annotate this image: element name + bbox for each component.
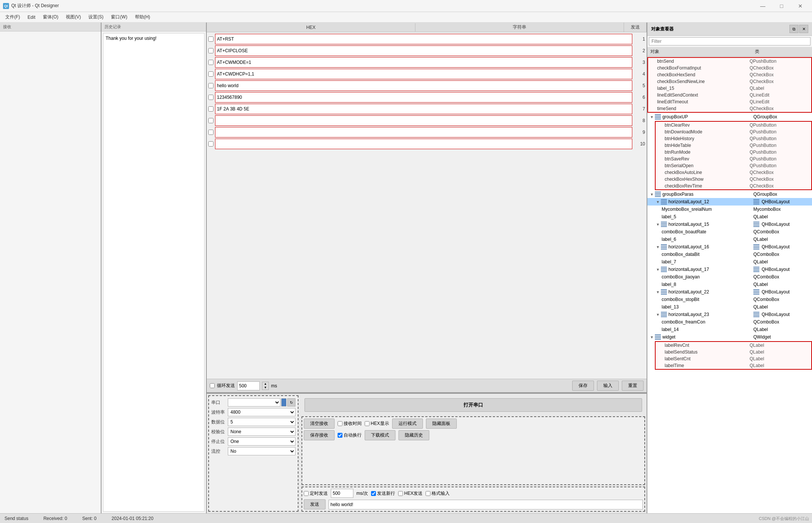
flow-select[interactable]: No RTS/CTS — [228, 447, 295, 455]
row2-input[interactable] — [215, 45, 632, 56]
list-item[interactable]: labelSentCnt QLabel — [656, 355, 811, 362]
list-item[interactable]: checkBoxHexShow QCheckBox — [656, 176, 811, 183]
timed-send-input[interactable] — [331, 489, 353, 498]
list-item[interactable]: timeSend QCheckBox — [648, 105, 811, 112]
stopbit-select[interactable]: One Two — [228, 437, 295, 446]
menu-edit[interactable]: Edit — [24, 13, 39, 21]
h-layout-23-row[interactable]: ▼ horizontalLayout_23 QHBoxLayout — [647, 311, 812, 318]
list-item[interactable]: labelTime QLabel — [656, 362, 811, 369]
oi-float-button[interactable]: ⧉ — [789, 25, 798, 33]
menu-settings[interactable]: 设置(S) — [85, 12, 107, 22]
menu-help[interactable]: 帮助(H) — [131, 12, 154, 22]
menu-file[interactable]: 文件(F) — [2, 12, 24, 22]
reset-button[interactable]: 重置 — [622, 381, 644, 391]
download-mode-button[interactable]: 下载模式 — [365, 430, 395, 440]
save-button[interactable]: 保存 — [572, 381, 594, 391]
list-item[interactable]: label_5 QLabel — [661, 213, 812, 221]
timed-send-checkbox[interactable] — [304, 491, 309, 496]
port-refresh-icon[interactable]: ↻ — [287, 398, 295, 407]
row3-checkbox[interactable] — [208, 60, 214, 65]
port-select[interactable] — [228, 398, 280, 407]
spin-up-button[interactable]: ▲ — [262, 382, 268, 386]
list-item[interactable]: btnSerialOpen QPushButton — [656, 162, 811, 169]
send-button[interactable]: 发送 — [304, 499, 326, 509]
list-item[interactable]: checkBoxFormatInput QCheckBox — [648, 65, 811, 71]
row5-input[interactable] — [215, 80, 632, 91]
send-input[interactable] — [329, 500, 643, 509]
recv-time-checkbox[interactable] — [338, 421, 342, 426]
spin-down-button[interactable]: ▼ — [262, 386, 268, 390]
row6-input[interactable] — [215, 92, 632, 103]
timed-send-label[interactable]: 定时发送 — [304, 490, 328, 497]
list-item[interactable]: label_6 QLabel — [661, 236, 812, 243]
save-recv-button[interactable]: 保存接收 — [304, 430, 335, 440]
row10-checkbox[interactable] — [208, 141, 214, 147]
list-item[interactable]: comboBox_freamCon QComboBox — [661, 318, 812, 326]
list-item[interactable]: btnSend QPushButton — [648, 58, 811, 65]
row4-checkbox[interactable] — [208, 71, 214, 77]
format-input-label[interactable]: 格式输入 — [426, 490, 450, 497]
oi-filter-input[interactable] — [649, 37, 810, 45]
list-item[interactable]: btnHideTable QPushButton — [656, 142, 811, 149]
list-item[interactable]: label_8 QLabel — [661, 281, 812, 288]
row7-input[interactable] — [215, 104, 632, 114]
open-port-button[interactable]: 打开串口 — [304, 398, 642, 412]
row10-input[interactable] — [215, 139, 632, 149]
list-item[interactable]: labelRevCnt QLabel — [656, 342, 811, 349]
h-layout-17-row[interactable]: ▼ horizontalLayout_17 QHBoxLayout — [647, 266, 812, 273]
h-layout-15-row[interactable]: ▼ horizontalLayout_15 QHBoxLayout — [647, 221, 812, 228]
loop-input[interactable] — [237, 381, 260, 390]
menu-view[interactable]: 视图(V) — [62, 12, 85, 22]
list-item[interactable]: comboBox_jiaoyan QComboBox — [661, 273, 812, 281]
list-item[interactable]: checkBoxHexSend QCheckBox — [648, 71, 811, 78]
clear-recv-button[interactable]: 清空接收 — [304, 419, 335, 429]
list-item[interactable]: checkBoxSendNewLine QCheckBox — [648, 78, 811, 85]
baudrate-select[interactable]: 4800 9600 115200 — [228, 408, 295, 416]
row2-checkbox[interactable] — [208, 48, 214, 53]
list-item[interactable]: label_13 QLabel — [661, 303, 812, 311]
group-box-paras-row[interactable]: ▼ groupBoxParas QGroupBox — [647, 190, 812, 198]
row8-input[interactable] — [215, 115, 632, 126]
row7-checkbox[interactable] — [208, 106, 214, 112]
list-item[interactable]: label_14 QLabel — [661, 326, 812, 333]
row6-checkbox[interactable] — [208, 95, 214, 100]
hide-history-button[interactable]: 隐藏历史 — [398, 430, 429, 440]
oi-close-button[interactable]: ✕ — [799, 25, 808, 33]
run-mode-button[interactable]: 运行模式 — [392, 419, 423, 429]
loop-checkbox[interactable] — [210, 383, 215, 388]
row1-checkbox[interactable] — [208, 36, 214, 42]
row4-input[interactable] — [215, 69, 632, 79]
close-button[interactable]: ✕ — [792, 0, 809, 12]
databit-select[interactable]: 5 6 7 8 — [228, 418, 295, 426]
format-input-checkbox[interactable] — [426, 491, 430, 496]
list-item[interactable]: label_15 QLabel — [648, 85, 811, 92]
list-item[interactable]: btnDownloadMode QPushButton — [656, 128, 811, 135]
hex-show-checkbox[interactable] — [365, 421, 370, 426]
recv-time-label[interactable]: 接收时间 — [338, 420, 362, 427]
menu-form[interactable]: 窗体(O) — [39, 12, 62, 22]
input-button[interactable]: 输入 — [597, 381, 619, 391]
list-item[interactable]: labelSendStatus QLabel — [656, 349, 811, 355]
group-box-up-row[interactable]: ▼ groupBoxUP QGroupBox — [647, 113, 812, 121]
hex-show-label[interactable]: HEX显示 — [365, 420, 389, 427]
list-item[interactable]: btnRunMode QPushButton — [656, 149, 811, 156]
row9-checkbox[interactable] — [208, 130, 214, 135]
row1-input[interactable] — [215, 34, 632, 44]
list-item[interactable]: checkBoxAutoLine QCheckBox — [656, 169, 811, 176]
h-layout-22-row[interactable]: ▼ horizontalLayout_22 QHBoxLayout — [647, 288, 812, 296]
row8-checkbox[interactable] — [208, 118, 214, 123]
list-item[interactable]: btnHideHistory QPushButton — [656, 135, 811, 142]
row5-checkbox[interactable] — [208, 83, 214, 88]
hide-panel-button[interactable]: 隐藏面板 — [426, 419, 457, 429]
loop-spinner[interactable]: ▲ ▼ — [262, 382, 269, 390]
auto-wrap-checkbox[interactable] — [338, 433, 342, 438]
widget-row[interactable]: ▼ widget QWidget — [647, 333, 812, 341]
list-item[interactable]: lineEditSendContext QLineEdit — [648, 92, 811, 98]
send-newline-label[interactable]: 发送新行 — [371, 490, 395, 497]
send-newline-checkbox[interactable] — [371, 491, 376, 496]
hex-send-checkbox[interactable] — [398, 491, 403, 496]
auto-wrap-label[interactable]: 自动换行 — [338, 432, 362, 438]
list-item[interactable]: checkBoxRevTime QCheckBox — [656, 183, 811, 189]
list-item[interactable]: comboBox_stopBit QComboBox — [661, 296, 812, 303]
row9-input[interactable] — [215, 127, 632, 138]
